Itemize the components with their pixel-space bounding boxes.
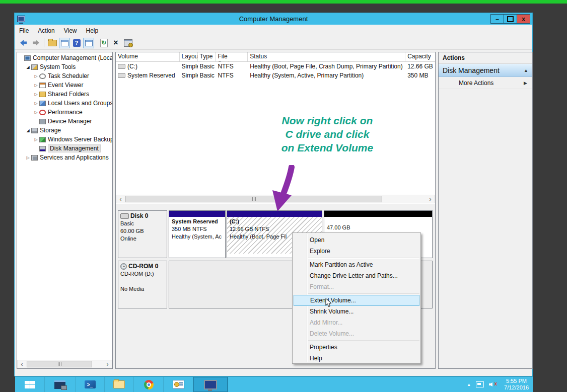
header-status[interactable]: Status <box>248 52 405 61</box>
partition-system-reserved[interactable]: System Reserved 350 MB NTFS Healthy (Sys… <box>169 210 226 258</box>
performance-icon <box>39 110 46 115</box>
help-icon: ? <box>73 39 81 47</box>
menu-help[interactable]: Help <box>82 25 103 36</box>
tree-horizontal-scrollbar[interactable]: ‹ › <box>17 360 112 368</box>
help-button[interactable]: ? <box>71 38 82 48</box>
taskbar-file-explorer[interactable] <box>105 377 134 392</box>
tree-item-system-tools[interactable]: ◢ System Tools <box>17 62 112 71</box>
cdrom-info-box[interactable]: CD-ROM 0 CD-ROM (D:) No Media <box>118 261 167 308</box>
submenu-arrow-icon: ▶ <box>524 81 527 86</box>
menu-file[interactable]: File <box>15 25 33 36</box>
up-level-button[interactable] <box>47 38 58 48</box>
scrollbar-thumb[interactable] <box>125 196 382 202</box>
restore-button[interactable] <box>504 14 517 24</box>
tree-item-services-applications[interactable]: ▷ Services and Applications <box>17 153 112 162</box>
tree-item-performance[interactable]: ▷ Performance <box>17 108 112 117</box>
menu-view[interactable]: View <box>59 25 82 36</box>
tree-item-task-scheduler[interactable]: ▷ Task Scheduler <box>17 71 112 81</box>
expander-closed-icon[interactable]: ▷ <box>33 92 39 97</box>
scroll-right-button[interactable]: › <box>426 195 435 203</box>
tree-item-shared-folders[interactable]: ▷ Shared Folders <box>17 90 112 99</box>
menu-item-properties[interactable]: Properties <box>293 342 420 353</box>
actions-group-disk-management[interactable]: Disk Management ▲ <box>439 64 532 77</box>
disk0-info-box[interactable]: Disk 0 Basic 60.00 GB Online <box>118 210 167 258</box>
more-actions-item[interactable]: More Actions ▶ <box>439 77 532 89</box>
volume-row-c[interactable]: (C:) Simple Basic NTFS Healthy (Boot, Pa… <box>116 62 435 71</box>
expander-closed-icon[interactable]: ▷ <box>33 101 39 106</box>
header-file-system[interactable]: File System <box>216 52 248 61</box>
scroll-right-button[interactable]: › <box>103 360 112 368</box>
show-action-pane-toggle[interactable] <box>83 38 94 48</box>
menu-item-shrink-volume[interactable]: Shrink Volume... <box>293 306 420 317</box>
taskbar-clock[interactable]: 5:55 PM 7/12/2016 <box>504 378 529 391</box>
menu-item-mark-partition-active[interactable]: Mark Partition as Active <box>293 259 420 270</box>
mouse-cursor <box>325 298 332 307</box>
header-capacity[interactable]: Capacity <box>405 52 435 61</box>
back-button[interactable] <box>18 38 29 48</box>
expander-closed-icon[interactable]: ▷ <box>33 74 39 79</box>
expander-closed-icon[interactable]: ▷ <box>33 83 39 88</box>
taskbar-powershell[interactable]: >_ <box>76 377 105 392</box>
tree-item-storage[interactable]: ◢ Storage <box>17 126 112 135</box>
toolbar: ? ↻ × <box>15 36 532 50</box>
network-icon[interactable] <box>476 381 484 387</box>
header-volume[interactable]: Volume <box>116 52 180 61</box>
collapse-icon[interactable]: ▲ <box>524 68 528 73</box>
scroll-left-button[interactable]: ‹ <box>116 195 125 203</box>
titlebar[interactable]: Computer Management – x <box>15 13 532 25</box>
disk0-name: Disk 0 <box>130 212 148 220</box>
volume-icon <box>118 73 125 78</box>
expander-closed-icon[interactable]: ▷ <box>25 155 31 160</box>
event-log-icon <box>39 83 46 88</box>
menu-item-add-mirror: Add Mirror... <box>293 317 420 328</box>
show-console-tree-toggle[interactable] <box>59 38 70 48</box>
taskbar-server-manager[interactable] <box>45 377 76 392</box>
expander-open-icon[interactable]: ◢ <box>25 128 31 133</box>
menu-action[interactable]: Action <box>33 25 59 36</box>
expander-open-icon[interactable]: ◢ <box>25 65 31 69</box>
tree-item-windows-server-backup[interactable]: ▷ Windows Server Backup <box>17 135 112 144</box>
start-button[interactable] <box>15 377 45 392</box>
system-tray: ▲ x 5:55 PM 7/12/2016 <box>467 378 533 391</box>
backup-icon <box>39 137 46 142</box>
expander-closed-icon[interactable]: ▷ <box>33 110 39 115</box>
forward-button[interactable] <box>30 38 41 48</box>
console-tree-icon <box>61 40 68 46</box>
scroll-left-button[interactable]: ‹ <box>18 360 26 368</box>
restore-icon <box>507 16 514 22</box>
menu-item-extend-volume[interactable]: Extend Volume... <box>294 295 419 306</box>
delete-button[interactable]: × <box>110 38 121 48</box>
tree-label: Event Viewer <box>48 82 83 89</box>
header-type[interactable]: Type <box>198 52 216 61</box>
hidden-icons-chevron[interactable]: ▲ <box>467 382 471 387</box>
tree-item-device-manager[interactable]: Device Manager <box>17 117 112 126</box>
taskbar-computer-management-active[interactable] <box>193 377 228 392</box>
refresh-button[interactable]: ↻ <box>98 38 109 48</box>
services-icon <box>31 155 38 161</box>
menu-item-open[interactable]: Open <box>293 234 420 246</box>
menu-item-explore[interactable]: Explore <box>293 246 420 257</box>
video-progress-bar <box>0 0 567 4</box>
clock-icon <box>39 73 46 79</box>
expander-closed-icon[interactable]: ▷ <box>33 137 39 142</box>
taskbar-system-settings[interactable] <box>164 377 193 392</box>
forward-arrow-icon <box>32 39 40 47</box>
tree-label: Local Users and Groups <box>48 100 113 107</box>
menu-item-change-drive-letter[interactable]: Change Drive Letter and Paths... <box>293 270 420 281</box>
volume-muted-icon[interactable]: x <box>489 381 497 387</box>
scrollbar-thumb[interactable] <box>27 361 92 367</box>
volume-row-system-reserved[interactable]: System Reserved Simple Basic NTFS Health… <box>116 71 435 80</box>
menu-item-help[interactable]: Help <box>293 353 420 364</box>
header-layout[interactable]: Layout <box>180 52 198 61</box>
tree-item-computer-management[interactable]: Computer Management (Local <box>17 53 112 62</box>
cdrom-media-status: No Media <box>120 285 165 293</box>
rescan-disks-button[interactable] <box>122 38 133 48</box>
tree-item-local-users-groups[interactable]: ▷ Local Users and Groups <box>17 99 112 108</box>
taskbar-chrome[interactable] <box>134 377 164 392</box>
tree-item-disk-management[interactable]: Disk Management <box>17 144 112 153</box>
tree-item-event-viewer[interactable]: ▷ Event Viewer <box>17 81 112 90</box>
tree-label-selected: Disk Management <box>48 144 101 152</box>
tools-icon <box>31 64 38 70</box>
close-button[interactable]: x <box>517 14 530 24</box>
minimize-button[interactable]: – <box>490 14 504 24</box>
